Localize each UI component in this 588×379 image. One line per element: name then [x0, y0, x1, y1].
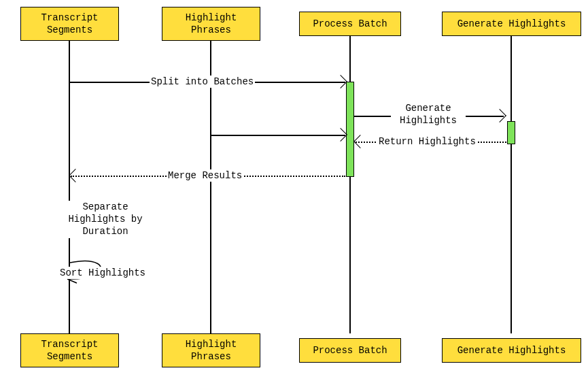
arrowhead-icon [69, 169, 82, 182]
participant-label: HighlightPhrases [186, 338, 237, 363]
participant-generate-highlights-top: Generate Highlights [442, 12, 581, 36]
message-separate-highlights: SeparateHighlights byDuration [58, 201, 153, 238]
arrowhead-icon [353, 135, 367, 148]
arrowhead-icon [334, 75, 347, 88]
message-line [211, 135, 345, 136]
participant-transcript-segments-top: TranscriptSegments [20, 7, 119, 41]
participant-label: Generate Highlights [457, 18, 566, 30]
participant-label: Process Batch [313, 344, 387, 357]
participant-label: TranscriptSegments [41, 12, 98, 36]
activation-process-batch [346, 82, 354, 177]
participant-transcript-segments-bottom: TranscriptSegments [20, 333, 119, 367]
participant-label: Process Batch [313, 18, 387, 30]
participant-label: TranscriptSegments [41, 338, 98, 363]
activation-generate-highlights [507, 121, 515, 144]
participant-generate-highlights-bottom: Generate Highlights [442, 338, 581, 363]
arrowhead-icon [334, 128, 347, 142]
participant-highlight-phrases-top: HighlightPhrases [162, 7, 260, 41]
lifeline-generate-highlights [511, 36, 512, 333]
message-return-highlights: Return Highlights [377, 135, 477, 148]
message-merge-results: Merge Results [167, 169, 243, 182]
participant-label: HighlightPhrases [186, 12, 237, 36]
participant-highlight-phrases-bottom: HighlightPhrases [162, 333, 260, 367]
message-split-into-batches: Split into Batches [150, 76, 255, 88]
participant-process-batch-bottom: Process Batch [299, 338, 401, 363]
participant-label: Generate Highlights [457, 344, 566, 357]
lifeline-process-batch [349, 36, 351, 333]
arrowhead-icon [493, 109, 506, 122]
message-sort-highlights: Sort Highlights [58, 267, 147, 279]
lifeline-transcript-segments [69, 41, 70, 333]
participant-process-batch-top: Process Batch [299, 12, 401, 36]
message-generate-highlights: GenerateHighlights [391, 102, 466, 127]
